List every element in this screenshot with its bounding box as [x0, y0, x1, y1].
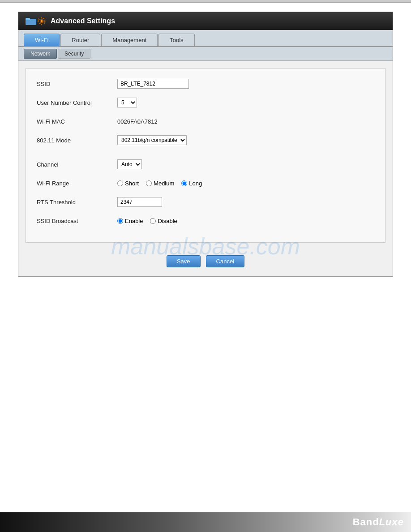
ssid-control — [117, 79, 374, 89]
mode-row: 802.11 Mode 802.11b only 802.11g only 80… — [37, 134, 374, 146]
wifi-range-short-label[interactable]: Short — [117, 180, 139, 187]
ssid-broadcast-enable-text: Enable — [125, 218, 143, 224]
gear-icon — [37, 17, 46, 26]
wifi-range-group: Short Medium Long — [117, 180, 374, 187]
wifi-range-label: Wi-Fi Range — [37, 180, 117, 187]
channel-control: Auto 1234 5678 91011 — [117, 159, 374, 169]
ssid-broadcast-disable-text: Disable — [158, 218, 177, 224]
subtab-nav: Network Security — [18, 47, 393, 61]
mac-address: 0026FA0A7812 — [117, 118, 158, 125]
tab-wifi[interactable]: Wi-Fi — [24, 34, 60, 46]
rts-label: RTS Threshold — [37, 199, 117, 206]
mode-label: 802.11 Mode — [37, 137, 117, 144]
main-tab-nav: Wi-Fi Router Management Tools — [18, 30, 393, 47]
wifi-range-short-text: Short — [125, 180, 139, 187]
channel-label: Channel — [37, 161, 117, 168]
tab-tools[interactable]: Tools — [158, 34, 194, 46]
rts-row: RTS Threshold — [37, 196, 374, 208]
user-number-select[interactable]: 1 2 3 4 5 6 7 8 9 10 — [117, 98, 137, 107]
wifi-range-long-label[interactable]: Long — [181, 180, 202, 187]
brandluxe-logo: BandLuxe — [353, 516, 404, 528]
panel-title: Advanced Settings — [51, 17, 115, 25]
form-divider — [37, 153, 374, 158]
mode-control: 802.11b only 802.11g only 802.11n only 8… — [117, 135, 374, 145]
button-row: Save Cancel — [18, 250, 393, 276]
wifi-range-medium-radio[interactable] — [146, 180, 152, 186]
user-number-control: 1 2 3 4 5 6 7 8 9 10 — [117, 98, 374, 107]
ssid-broadcast-disable-radio[interactable] — [150, 218, 156, 224]
ssid-broadcast-enable-radio[interactable] — [117, 218, 123, 224]
form-area: SSID User Number Control 1 2 3 4 5 6 — [26, 68, 385, 243]
brand-band: Band — [353, 516, 379, 528]
subtab-network[interactable]: Network — [24, 49, 57, 59]
wifi-mac-label: Wi-Fi MAC — [37, 118, 117, 125]
wifi-mac-value: 0026FA0A7812 — [117, 118, 374, 125]
subtab-security[interactable]: Security — [58, 49, 90, 59]
rts-input[interactable] — [117, 197, 162, 207]
ssid-broadcast-control: Enable Disable — [117, 218, 374, 224]
header-icons — [26, 17, 46, 26]
wifi-range-medium-text: Medium — [154, 180, 174, 187]
svg-point-4 — [41, 20, 43, 22]
cancel-button[interactable]: Cancel — [206, 255, 244, 267]
mode-select[interactable]: 802.11b only 802.11g only 802.11n only 8… — [117, 135, 187, 145]
ssid-input[interactable] — [117, 79, 189, 89]
wifi-range-medium-label[interactable]: Medium — [146, 180, 174, 187]
rts-control — [117, 197, 374, 207]
svg-rect-1 — [26, 18, 30, 20]
wifi-range-long-text: Long — [189, 180, 202, 187]
ssid-broadcast-row: SSID Broadcast Enable Disable — [37, 215, 374, 227]
wifi-range-long-radio[interactable] — [181, 180, 187, 186]
ssid-broadcast-enable-label[interactable]: Enable — [117, 218, 143, 224]
advanced-settings-panel: Advanced Settings Wi-Fi Router Managemen… — [18, 12, 393, 277]
brand-luxe: Luxe — [379, 516, 404, 528]
channel-select[interactable]: Auto 1234 5678 91011 — [117, 159, 142, 169]
panel-header: Advanced Settings — [18, 12, 393, 30]
ssid-label: SSID — [37, 81, 117, 87]
channel-row: Channel Auto 1234 5678 91011 — [37, 158, 374, 171]
wifi-range-row: Wi-Fi Range Short Medium Lon — [37, 177, 374, 189]
main-content: Advanced Settings Wi-Fi Router Managemen… — [0, 3, 411, 295]
ssid-broadcast-disable-label[interactable]: Disable — [150, 218, 177, 224]
bottom-bar: BandLuxe — [0, 512, 411, 532]
wifi-range-short-radio[interactable] — [117, 180, 123, 186]
ssid-row: SSID — [37, 77, 374, 90]
ssid-broadcast-label: SSID Broadcast — [37, 218, 117, 224]
user-number-row: User Number Control 1 2 3 4 5 6 7 8 9 10 — [37, 96, 374, 109]
wifi-range-control: Short Medium Long — [117, 180, 374, 187]
user-number-label: User Number Control — [37, 99, 117, 106]
wifi-mac-row: Wi-Fi MAC 0026FA0A7812 — [37, 115, 374, 128]
save-button[interactable]: Save — [167, 255, 201, 267]
tab-management[interactable]: Management — [101, 34, 158, 46]
folder-icon — [26, 17, 36, 26]
ssid-broadcast-group: Enable Disable — [117, 218, 374, 224]
tab-router[interactable]: Router — [60, 34, 100, 46]
